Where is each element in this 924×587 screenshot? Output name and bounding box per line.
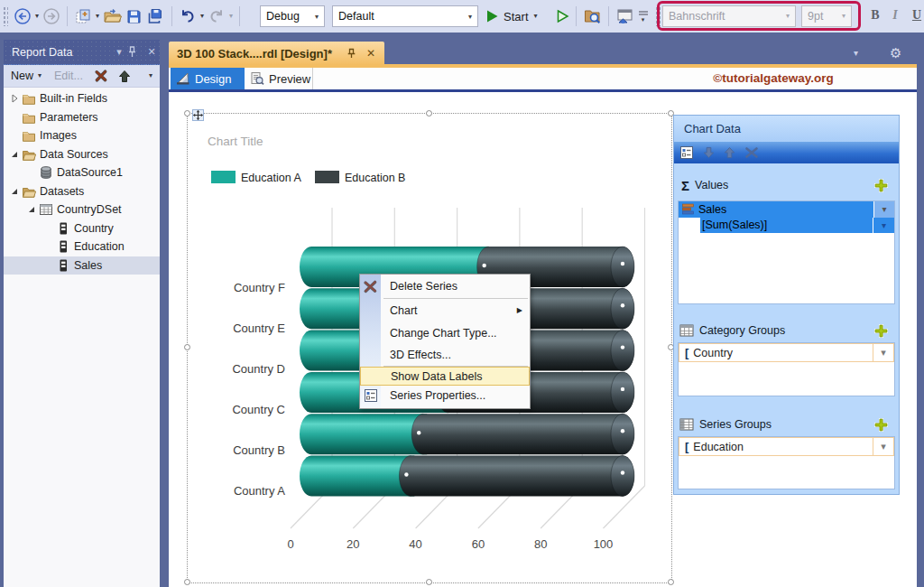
folder-open-icon <box>22 184 36 199</box>
tab-preview[interactable]: Preview <box>245 68 313 89</box>
tree-expander[interactable] <box>7 91 22 106</box>
selection-handle[interactable] <box>426 579 432 585</box>
tab-pin-icon[interactable] <box>346 48 363 59</box>
open-folder-icon <box>103 7 122 25</box>
document-tab[interactable]: 3D 100 Stack....rdl [Design]* ✕ <box>169 42 384 65</box>
menu-item-3d-effects[interactable]: 3D Effects... <box>360 344 530 366</box>
font-family-combo[interactable]: Bahnschrift ▾ <box>662 5 796 27</box>
report-data-header[interactable]: Report Data ▾ ✕ <box>4 40 160 65</box>
tree-item-countrydset[interactable]: CountryDSet <box>4 200 160 219</box>
selection-handle[interactable] <box>426 110 432 116</box>
new-menu-button[interactable]: New <box>11 70 33 82</box>
toolbar-overflow-caret[interactable]: ▾ <box>147 72 154 79</box>
delete-field-button[interactable] <box>744 146 759 159</box>
start-without-debugging-button[interactable] <box>554 5 571 28</box>
solution-platform-combo[interactable]: Default ▾ <box>332 5 478 27</box>
tree-item-data-sources[interactable]: Data Sources <box>4 145 160 164</box>
value-row-sales[interactable]: Sales ▾ <box>679 201 894 218</box>
combo-dropdown-caret[interactable]: ▾ <box>463 6 477 26</box>
selection-handle[interactable] <box>184 110 190 116</box>
category-groups-label: Category Groups <box>699 324 785 337</box>
web-publish-button[interactable] <box>614 5 636 28</box>
tabwell-chevron-icon[interactable]: ▾ <box>854 48 858 58</box>
start-debug-button[interactable]: Start ▾ <box>484 5 541 28</box>
tree-item-parameters[interactable]: Parameters <box>4 108 160 127</box>
tree-item-country[interactable]: Country <box>4 219 160 238</box>
selection-handle[interactable] <box>184 579 190 585</box>
toolbar-options-button[interactable]: ▾ <box>637 5 650 28</box>
solution-configuration-combo[interactable]: Debug ▾ <box>260 5 325 27</box>
redo-dropdown-caret[interactable]: ▾ <box>227 13 235 20</box>
combo-dropdown-caret[interactable]: ▾ <box>836 6 851 26</box>
tree-expander[interactable] <box>7 147 22 162</box>
menu-item-chart[interactable]: Chart▶ <box>360 299 530 321</box>
edit-button[interactable]: Edit... <box>54 70 83 82</box>
panel-menu-chevron-icon[interactable]: ▾ <box>111 46 127 58</box>
value-dropdown-button[interactable]: ▾ <box>873 201 894 218</box>
panel-close-icon[interactable]: ✕ <box>143 46 160 58</box>
navigate-forward-button[interactable] <box>41 5 62 28</box>
tabwell-gear-icon[interactable]: ⚙ <box>890 45 901 61</box>
tree-item-images[interactable]: Images <box>4 126 160 145</box>
add-category-group-button[interactable] <box>874 324 888 338</box>
field-icon <box>56 239 70 254</box>
move-down-button[interactable] <box>703 146 715 159</box>
move-up-button[interactable] <box>724 146 735 159</box>
tree-item-sales[interactable]: Sales <box>4 256 160 275</box>
undo-button[interactable] <box>177 5 199 28</box>
start-dropdown-caret[interactable]: ▾ <box>532 13 540 20</box>
italic-button[interactable]: I <box>888 8 902 23</box>
navigate-back-button[interactable] <box>12 5 33 28</box>
tree-expander[interactable] <box>7 184 22 199</box>
series-group-row[interactable]: [ Education ▾ <box>679 437 894 456</box>
tree-item-built-in-fields[interactable]: Built-in Fields <box>4 89 160 108</box>
menu-item-show-data-labels[interactable]: Show Data Labels <box>360 367 530 386</box>
bold-button[interactable]: B <box>868 8 882 23</box>
save-button[interactable] <box>124 5 144 28</box>
new-item-button[interactable] <box>72 5 94 28</box>
chart-move-handle[interactable] <box>192 109 204 121</box>
undo-dropdown-caret[interactable]: ▾ <box>199 13 206 20</box>
group-dropdown-button[interactable]: ▾ <box>873 344 893 361</box>
toolbar-grip[interactable] <box>3 6 8 26</box>
find-in-files-button[interactable] <box>581 5 604 28</box>
open-file-button[interactable] <box>101 5 124 28</box>
tree-expander[interactable] <box>24 202 39 217</box>
menu-item-series-properties[interactable]: Series Properties... <box>360 386 530 405</box>
menu-item-label: Series Properties... <box>390 389 485 402</box>
properties-button[interactable] <box>679 145 694 160</box>
combo-dropdown-caret[interactable]: ▾ <box>310 6 324 26</box>
value-row-sum-sales[interactable]: [Sum(Sales)] ▾ <box>679 218 894 234</box>
tab-close-icon[interactable]: ✕ <box>363 47 379 60</box>
tree-item-datasets[interactable]: Datasets <box>4 182 160 201</box>
overflow-bars-icon <box>639 11 648 15</box>
svg-text:Country A: Country A <box>234 484 285 498</box>
value-dropdown-button[interactable]: ▾ <box>873 218 894 234</box>
panel-pin-icon[interactable] <box>127 46 143 58</box>
new-menu-caret[interactable]: ▾ <box>36 72 43 79</box>
group-dropdown-button[interactable]: ▾ <box>873 438 893 455</box>
category-group-row[interactable]: [ Country ▾ <box>679 343 894 362</box>
design-surface[interactable]: Chart TitleEducation AEducation B0204060… <box>169 92 917 587</box>
underline-button[interactable]: U <box>910 8 924 23</box>
tree-item-education[interactable]: Education <box>4 238 160 256</box>
add-series-group-button[interactable] <box>874 418 888 432</box>
x-disabled-icon <box>744 146 759 159</box>
selection-handle[interactable] <box>668 579 674 585</box>
combo-dropdown-caret[interactable]: ▾ <box>781 6 795 26</box>
tree-item-datasource1[interactable]: DataSource1 <box>4 163 160 182</box>
back-dropdown-caret[interactable]: ▾ <box>33 13 41 20</box>
redo-button[interactable] <box>206 5 227 28</box>
menu-item-delete-series[interactable]: Delete Series <box>360 275 530 298</box>
menu-item-change-chart-type[interactable]: Change Chart Type... <box>360 321 530 344</box>
tree-item-label: Parameters <box>40 111 98 124</box>
selection-handle[interactable] <box>184 344 190 350</box>
add-value-field-button[interactable] <box>874 179 888 192</box>
properties-icon <box>363 388 378 404</box>
font-size-combo[interactable]: 9pt ▾ <box>801 5 852 27</box>
save-all-button[interactable] <box>144 5 167 28</box>
move-up-button[interactable] <box>118 70 131 83</box>
new-item-dropdown-caret[interactable]: ▾ <box>94 13 101 20</box>
delete-button[interactable] <box>94 69 108 83</box>
tab-design[interactable]: Design <box>171 68 245 89</box>
